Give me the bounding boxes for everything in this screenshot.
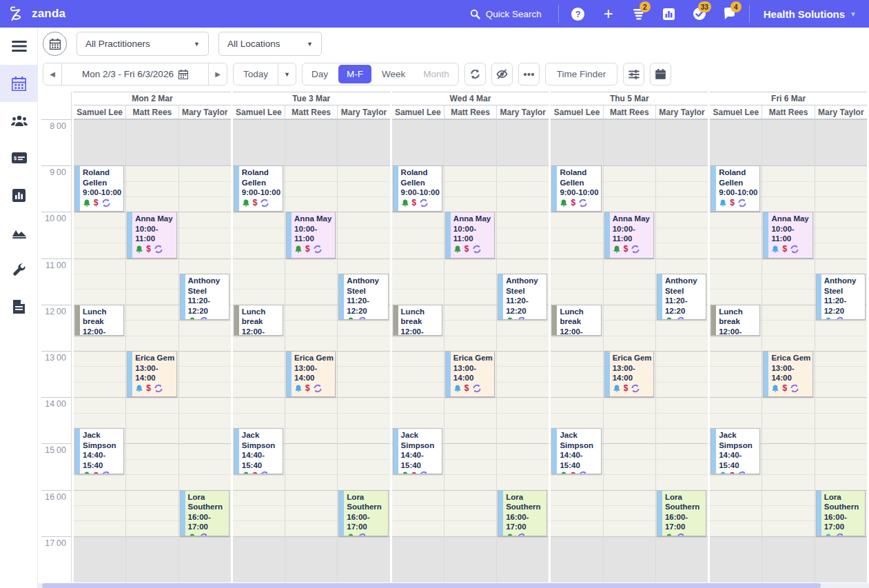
appointment-block[interactable]: Anna May10:00- 11:00$ [286,212,336,258]
today-button[interactable]: Today [234,63,278,85]
appointment-block[interactable]: Erica Gem13:00- 14:00$ [445,351,495,397]
practitioner-header[interactable]: Mary Taylor [815,105,867,119]
calendar-column[interactable]: Anthony Steel11:20- 12:20Lora Southern16… [338,119,389,582]
help-button[interactable]: ? [563,0,593,28]
appointment-block[interactable]: Lunch break12:00- 12:40 [393,305,442,336]
refresh-button[interactable] [464,63,486,85]
appointment-block[interactable]: Lora Southern16:00- 17:00 [816,490,866,536]
view-day[interactable]: Day [303,63,337,85]
new-appointment-button[interactable] [650,63,671,85]
appointment-block[interactable]: Jack Simpson14:40- 15:40$ [551,428,601,474]
sidebar-item-reports[interactable] [0,176,38,214]
calendar-column[interactable]: Roland Gellen9:00-10:00$Lunch break12:00… [74,119,126,582]
calendar-column[interactable]: Anthony Steel11:20- 12:20Lora Southern16… [656,119,708,582]
practitioner-header[interactable]: Matt Rees [762,105,815,119]
next-week-button[interactable]: ▶ [209,63,227,85]
practitioner-header[interactable]: Matt Rees [126,105,178,119]
appointment-block[interactable]: Lunch break12:00- 12:40 [74,305,124,336]
appointment-block[interactable]: Roland Gellen9:00-10:00$ [234,165,283,212]
practitioner-header[interactable]: Mary Taylor [497,105,549,119]
practitioner-header[interactable]: Samuel Lee [710,105,762,119]
practitioner-header[interactable]: Samuel Lee [74,105,126,119]
prev-week-button[interactable]: ◀ [43,63,61,85]
practitioner-header[interactable]: Matt Rees [604,105,656,119]
practitioner-header[interactable]: Samuel Lee [551,105,603,119]
appointment-block[interactable]: Lora Southern16:00- 17:00 [180,490,229,536]
calendar-column[interactable]: Roland Gellen9:00-10:00$Lunch break12:00… [233,119,285,582]
reports-button[interactable] [654,0,684,28]
appointment-block[interactable]: Anthony Steel11:20- 12:20 [816,274,866,320]
practitioner-header[interactable]: Matt Rees [285,105,338,119]
sidebar-item-notes[interactable] [0,288,38,325]
appointment-block[interactable]: Anthony Steel11:20- 12:20 [338,274,388,320]
scrollbar-thumb[interactable] [42,583,821,588]
calendar-column[interactable]: Anna May10:00- 11:00$Erica Gem13:00- 14:… [762,119,815,582]
appointment-block[interactable]: Lora Southern16:00- 17:00 [338,490,388,536]
appointment-block[interactable]: Lora Southern16:00- 17:00 [498,490,547,536]
calendar-column[interactable]: Anna May10:00- 11:00$Erica Gem13:00- 14:… [285,119,338,582]
hide-cancelled-button[interactable] [491,63,513,85]
appointment-block[interactable]: Lora Southern16:00- 17:00 [657,490,706,536]
calendar-column[interactable]: Anthony Steel11:20- 12:20Lora Southern16… [179,119,231,582]
view-month[interactable]: Month [414,63,458,85]
appointment-block[interactable]: Roland Gellen9:00-10:00$ [710,165,760,212]
sidebar-item-menu[interactable] [0,28,38,65]
appointment-block[interactable]: Erica Gem13:00- 14:00$ [604,351,654,397]
calendar-column[interactable]: Anna May10:00- 11:00$Erica Gem13:00- 14:… [444,119,497,582]
calendar-column[interactable]: Anna May10:00- 11:00$Erica Gem13:00- 14:… [126,119,178,582]
calendar-settings-button[interactable] [43,32,67,56]
practitioner-header[interactable]: Mary Taylor [338,105,389,119]
calendar-column[interactable]: Roland Gellen9:00-10:00$Lunch break12:00… [710,119,762,582]
appointment-block[interactable]: Anna May10:00- 11:00$ [127,212,176,258]
calendar-column[interactable]: Anna May10:00- 11:00$Erica Gem13:00- 14:… [604,119,656,582]
appointment-block[interactable]: Roland Gellen9:00-10:00$ [74,165,124,212]
appointment-block[interactable]: Anthony Steel11:20- 12:20 [657,274,706,320]
account-menu[interactable]: Health Solutions ▼ [754,8,861,20]
sidebar-item-calendar[interactable] [0,65,38,102]
appointment-block[interactable]: Lunch break12:00- 12:40 [234,305,283,336]
appointment-block[interactable]: Anna May10:00- 11:00$ [445,212,495,258]
appointment-block[interactable]: Erica Gem13:00- 14:00$ [127,351,176,397]
appointment-block[interactable]: Erica Gem13:00- 14:00$ [286,351,336,397]
today-dropdown-button[interactable]: ▼ [278,63,296,85]
calendar-column[interactable]: Anthony Steel11:20- 12:20Lora Southern16… [815,119,867,582]
sidebar-item-analytics[interactable] [0,214,38,251]
more-options-button[interactable] [518,63,540,85]
appointment-block[interactable]: Jack Simpson14:40- 15:40$ [393,428,442,474]
add-button[interactable]: + [593,0,624,28]
date-range-display[interactable]: Mon 2/3 - Fri 6/3/2026 [61,63,209,85]
appointment-block[interactable]: Jack Simpson14:40- 15:40$ [74,428,124,474]
sidebar-item-tools[interactable] [0,251,38,288]
practitioner-header[interactable]: Mary Taylor [656,105,708,119]
time-finder-button[interactable]: Time Finder [545,63,618,85]
appointment-block[interactable]: Anna May10:00- 11:00$ [763,212,812,258]
appointment-block[interactable]: Lunch break12:00- 12:40 [710,305,760,336]
practitioner-header[interactable]: Mary Taylor [179,105,231,119]
calendar-column[interactable]: Roland Gellen9:00-10:00$Lunch break12:00… [392,119,444,582]
practitioners-select[interactable]: All Practitioners ▼ [76,32,209,56]
appointment-block[interactable]: Anthony Steel11:20- 12:20 [498,274,547,320]
appointment-block[interactable]: Jack Simpson14:40- 15:40$ [710,428,760,474]
calendar-column[interactable]: Roland Gellen9:00-10:00$Lunch break12:00… [551,119,603,582]
quick-search[interactable]: Quick Search [466,9,554,19]
appointment-block[interactable]: Anna May10:00- 11:00$ [604,212,654,258]
calendar-column[interactable]: Anthony Steel11:20- 12:20Lora Southern16… [497,119,549,582]
waitlist-button[interactable]: 2 [624,0,654,28]
locations-select[interactable]: All Locations ▼ [218,32,322,56]
sidebar-item-clients[interactable] [0,102,38,139]
practitioner-header[interactable]: Matt Rees [444,105,497,119]
horizontal-scrollbar[interactable] [38,583,869,588]
messages-button[interactable]: 4 [715,0,745,28]
zanda-logo[interactable]: zanda [0,3,138,24]
tasks-button[interactable]: 33 [684,0,715,28]
display-settings-button[interactable] [623,63,644,85]
appointment-block[interactable]: Erica Gem13:00- 14:00$ [763,351,812,397]
sidebar-item-invoices[interactable]: $ [0,139,38,176]
view-week[interactable]: Week [373,63,414,85]
practitioner-header[interactable]: Samuel Lee [233,105,285,119]
appointment-block[interactable]: Roland Gellen9:00-10:00$ [551,165,601,212]
appointment-block[interactable]: Anthony Steel11:20- 12:20 [180,274,229,320]
appointment-block[interactable]: Lunch break12:00- 12:40 [551,305,601,336]
view-mf[interactable]: M-F [338,65,371,83]
appointment-block[interactable]: Jack Simpson14:40- 15:40$ [234,428,283,474]
